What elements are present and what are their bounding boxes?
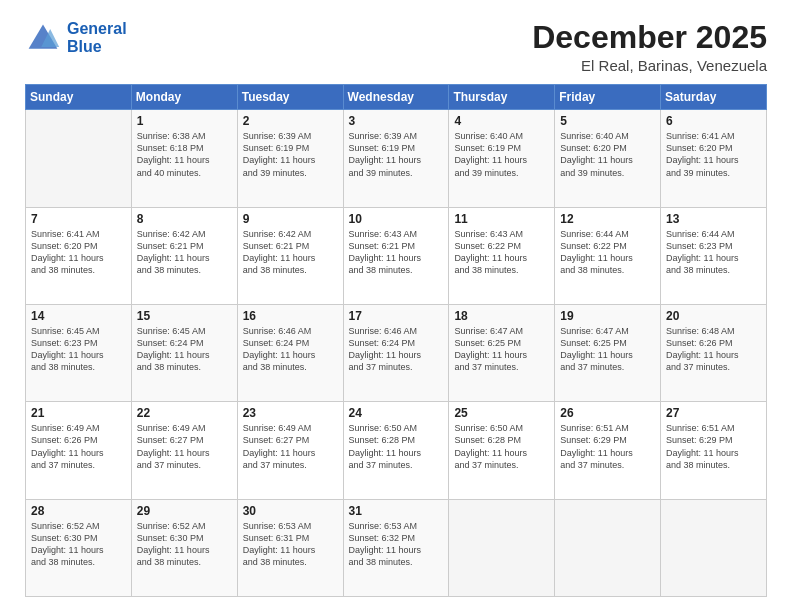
day-number: 18	[454, 309, 549, 323]
calendar-cell: 20Sunrise: 6:48 AM Sunset: 6:26 PM Dayli…	[661, 304, 767, 401]
day-info: Sunrise: 6:42 AM Sunset: 6:21 PM Dayligh…	[137, 228, 232, 277]
day-info: Sunrise: 6:52 AM Sunset: 6:30 PM Dayligh…	[31, 520, 126, 569]
day-number: 6	[666, 114, 761, 128]
day-number: 16	[243, 309, 338, 323]
day-info: Sunrise: 6:53 AM Sunset: 6:32 PM Dayligh…	[349, 520, 444, 569]
day-info: Sunrise: 6:50 AM Sunset: 6:28 PM Dayligh…	[349, 422, 444, 471]
calendar-cell	[449, 499, 555, 596]
day-number: 10	[349, 212, 444, 226]
day-info: Sunrise: 6:44 AM Sunset: 6:22 PM Dayligh…	[560, 228, 655, 277]
day-info: Sunrise: 6:45 AM Sunset: 6:24 PM Dayligh…	[137, 325, 232, 374]
calendar-cell: 7Sunrise: 6:41 AM Sunset: 6:20 PM Daylig…	[26, 207, 132, 304]
calendar-table: SundayMondayTuesdayWednesdayThursdayFrid…	[25, 84, 767, 597]
day-of-week-friday: Friday	[555, 85, 661, 110]
calendar-cell: 13Sunrise: 6:44 AM Sunset: 6:23 PM Dayli…	[661, 207, 767, 304]
day-number: 2	[243, 114, 338, 128]
day-number: 17	[349, 309, 444, 323]
day-number: 19	[560, 309, 655, 323]
day-number: 5	[560, 114, 655, 128]
day-number: 24	[349, 406, 444, 420]
calendar-cell: 27Sunrise: 6:51 AM Sunset: 6:29 PM Dayli…	[661, 402, 767, 499]
calendar-cell: 15Sunrise: 6:45 AM Sunset: 6:24 PM Dayli…	[131, 304, 237, 401]
day-number: 15	[137, 309, 232, 323]
day-number: 25	[454, 406, 549, 420]
calendar-cell: 29Sunrise: 6:52 AM Sunset: 6:30 PM Dayli…	[131, 499, 237, 596]
calendar-cell: 24Sunrise: 6:50 AM Sunset: 6:28 PM Dayli…	[343, 402, 449, 499]
day-number: 1	[137, 114, 232, 128]
day-info: Sunrise: 6:40 AM Sunset: 6:19 PM Dayligh…	[454, 130, 549, 179]
header: General Blue December 2025 El Real, Bari…	[25, 20, 767, 74]
calendar-week-1: 1Sunrise: 6:38 AM Sunset: 6:18 PM Daylig…	[26, 110, 767, 207]
day-of-week-tuesday: Tuesday	[237, 85, 343, 110]
calendar-cell	[555, 499, 661, 596]
day-of-week-sunday: Sunday	[26, 85, 132, 110]
calendar-cell: 2Sunrise: 6:39 AM Sunset: 6:19 PM Daylig…	[237, 110, 343, 207]
day-info: Sunrise: 6:49 AM Sunset: 6:27 PM Dayligh…	[137, 422, 232, 471]
calendar-cell: 9Sunrise: 6:42 AM Sunset: 6:21 PM Daylig…	[237, 207, 343, 304]
day-info: Sunrise: 6:38 AM Sunset: 6:18 PM Dayligh…	[137, 130, 232, 179]
calendar-cell: 17Sunrise: 6:46 AM Sunset: 6:24 PM Dayli…	[343, 304, 449, 401]
day-number: 22	[137, 406, 232, 420]
calendar-cell: 23Sunrise: 6:49 AM Sunset: 6:27 PM Dayli…	[237, 402, 343, 499]
day-of-week-saturday: Saturday	[661, 85, 767, 110]
day-info: Sunrise: 6:39 AM Sunset: 6:19 PM Dayligh…	[349, 130, 444, 179]
day-info: Sunrise: 6:45 AM Sunset: 6:23 PM Dayligh…	[31, 325, 126, 374]
calendar-cell: 6Sunrise: 6:41 AM Sunset: 6:20 PM Daylig…	[661, 110, 767, 207]
calendar-cell: 22Sunrise: 6:49 AM Sunset: 6:27 PM Dayli…	[131, 402, 237, 499]
day-info: Sunrise: 6:46 AM Sunset: 6:24 PM Dayligh…	[349, 325, 444, 374]
calendar-cell: 5Sunrise: 6:40 AM Sunset: 6:20 PM Daylig…	[555, 110, 661, 207]
calendar-week-2: 7Sunrise: 6:41 AM Sunset: 6:20 PM Daylig…	[26, 207, 767, 304]
day-info: Sunrise: 6:40 AM Sunset: 6:20 PM Dayligh…	[560, 130, 655, 179]
calendar-week-4: 21Sunrise: 6:49 AM Sunset: 6:26 PM Dayli…	[26, 402, 767, 499]
calendar-week-3: 14Sunrise: 6:45 AM Sunset: 6:23 PM Dayli…	[26, 304, 767, 401]
day-number: 3	[349, 114, 444, 128]
day-info: Sunrise: 6:47 AM Sunset: 6:25 PM Dayligh…	[454, 325, 549, 374]
logo-line1: General	[67, 20, 127, 38]
calendar-cell	[661, 499, 767, 596]
calendar-week-5: 28Sunrise: 6:52 AM Sunset: 6:30 PM Dayli…	[26, 499, 767, 596]
day-number: 30	[243, 504, 338, 518]
day-number: 11	[454, 212, 549, 226]
day-number: 31	[349, 504, 444, 518]
day-info: Sunrise: 6:50 AM Sunset: 6:28 PM Dayligh…	[454, 422, 549, 471]
day-info: Sunrise: 6:52 AM Sunset: 6:30 PM Dayligh…	[137, 520, 232, 569]
day-info: Sunrise: 6:48 AM Sunset: 6:26 PM Dayligh…	[666, 325, 761, 374]
day-number: 20	[666, 309, 761, 323]
title-section: December 2025 El Real, Barinas, Venezuel…	[532, 20, 767, 74]
calendar-cell: 19Sunrise: 6:47 AM Sunset: 6:25 PM Dayli…	[555, 304, 661, 401]
calendar-cell: 25Sunrise: 6:50 AM Sunset: 6:28 PM Dayli…	[449, 402, 555, 499]
day-info: Sunrise: 6:41 AM Sunset: 6:20 PM Dayligh…	[31, 228, 126, 277]
day-number: 4	[454, 114, 549, 128]
day-info: Sunrise: 6:39 AM Sunset: 6:19 PM Dayligh…	[243, 130, 338, 179]
day-info: Sunrise: 6:41 AM Sunset: 6:20 PM Dayligh…	[666, 130, 761, 179]
calendar-cell	[26, 110, 132, 207]
location-title: El Real, Barinas, Venezuela	[532, 57, 767, 74]
day-info: Sunrise: 6:49 AM Sunset: 6:27 PM Dayligh…	[243, 422, 338, 471]
day-number: 14	[31, 309, 126, 323]
day-info: Sunrise: 6:49 AM Sunset: 6:26 PM Dayligh…	[31, 422, 126, 471]
days-of-week-row: SundayMondayTuesdayWednesdayThursdayFrid…	[26, 85, 767, 110]
day-of-week-thursday: Thursday	[449, 85, 555, 110]
calendar-cell: 10Sunrise: 6:43 AM Sunset: 6:21 PM Dayli…	[343, 207, 449, 304]
day-info: Sunrise: 6:51 AM Sunset: 6:29 PM Dayligh…	[560, 422, 655, 471]
page: General Blue December 2025 El Real, Bari…	[0, 0, 792, 612]
calendar-cell: 26Sunrise: 6:51 AM Sunset: 6:29 PM Dayli…	[555, 402, 661, 499]
calendar-cell: 4Sunrise: 6:40 AM Sunset: 6:19 PM Daylig…	[449, 110, 555, 207]
month-title: December 2025	[532, 20, 767, 55]
calendar-header: SundayMondayTuesdayWednesdayThursdayFrid…	[26, 85, 767, 110]
logo: General Blue	[25, 20, 127, 56]
day-info: Sunrise: 6:44 AM Sunset: 6:23 PM Dayligh…	[666, 228, 761, 277]
day-info: Sunrise: 6:47 AM Sunset: 6:25 PM Dayligh…	[560, 325, 655, 374]
day-number: 13	[666, 212, 761, 226]
day-number: 21	[31, 406, 126, 420]
day-number: 23	[243, 406, 338, 420]
calendar-cell: 30Sunrise: 6:53 AM Sunset: 6:31 PM Dayli…	[237, 499, 343, 596]
calendar-cell: 11Sunrise: 6:43 AM Sunset: 6:22 PM Dayli…	[449, 207, 555, 304]
day-number: 7	[31, 212, 126, 226]
calendar-cell: 21Sunrise: 6:49 AM Sunset: 6:26 PM Dayli…	[26, 402, 132, 499]
day-info: Sunrise: 6:53 AM Sunset: 6:31 PM Dayligh…	[243, 520, 338, 569]
logo-line2: Blue	[67, 38, 127, 56]
day-number: 12	[560, 212, 655, 226]
calendar-cell: 28Sunrise: 6:52 AM Sunset: 6:30 PM Dayli…	[26, 499, 132, 596]
day-info: Sunrise: 6:42 AM Sunset: 6:21 PM Dayligh…	[243, 228, 338, 277]
